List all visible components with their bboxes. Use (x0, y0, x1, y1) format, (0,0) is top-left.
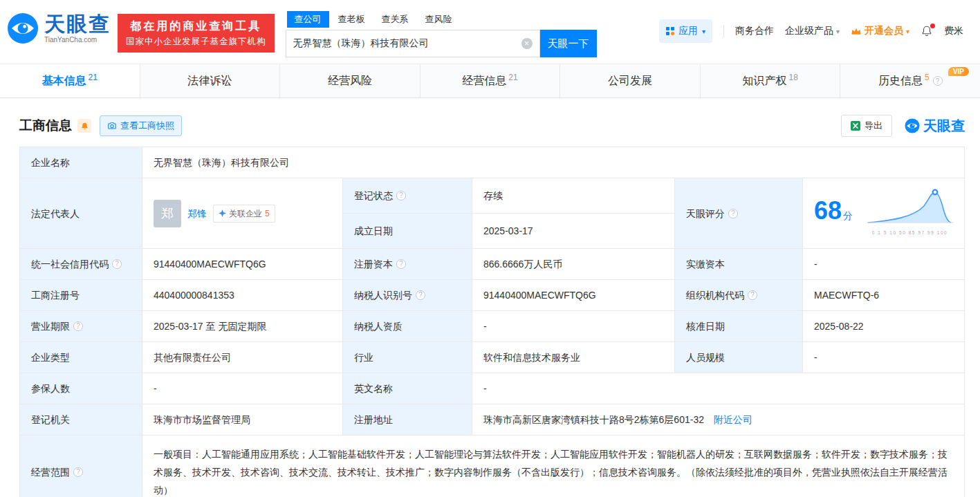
crown-icon (851, 26, 862, 36)
slogan-line1: 都在用的商业查询工具 (126, 19, 266, 34)
notification-bell-icon[interactable] (921, 25, 933, 37)
tab-label: 知识产权 (743, 74, 787, 88)
apps-button[interactable]: 应用 ▾ (659, 19, 712, 43)
staff-size-label: 人员规模 (675, 342, 803, 373)
search-button[interactable]: 天眼一下 (540, 30, 597, 57)
snapshot-label: 查看工商快照 (120, 120, 174, 132)
business-info-table: 企业名称 无界智慧（珠海）科技有限公司 法定代表人 郑 郑锋 关联企业 5 登记… (19, 147, 965, 497)
enterprise-label: 企业级产品 (785, 25, 833, 37)
tab-basic-info[interactable]: 基本信息 21 (0, 64, 140, 97)
tab-label: 法律诉讼 (187, 74, 232, 88)
industry-label: 行业 (343, 342, 472, 373)
company-name-value: 无界智慧（珠海）科技有限公司 (142, 147, 965, 178)
legal-rep-name[interactable]: 郑锋 (187, 207, 207, 221)
help-icon[interactable]: ? (73, 467, 83, 477)
tab-company-development[interactable]: 公司发展 (560, 64, 701, 97)
business-scope-label: 经营范围? (20, 435, 142, 497)
help-icon[interactable]: ? (112, 259, 122, 269)
score-label: 天眼评分? (675, 178, 803, 249)
help-icon[interactable]: ? (933, 76, 943, 86)
username[interactable]: 费米 (944, 25, 963, 37)
reg-capital-label: 注册资本? (343, 249, 472, 280)
help-icon[interactable]: ? (416, 290, 425, 300)
english-name-label: 英文名称 (343, 373, 472, 404)
clear-icon[interactable]: × (521, 38, 533, 49)
tab-operating-info[interactable]: 经营信息 21 (420, 64, 561, 97)
reg-status-value: 存续 (472, 178, 675, 214)
subscribe-bell-icon[interactable] (77, 119, 91, 133)
search-tab-risk[interactable]: 查风险 (418, 11, 460, 28)
org-code-value: MAECWFTQ-6 (803, 280, 965, 311)
paid-capital-value: - (803, 249, 965, 280)
related-icon (219, 209, 226, 217)
enterprise-link[interactable]: 企业级产品 ▾ (785, 25, 840, 37)
apps-label: 应用 (678, 25, 698, 37)
reg-authority-value: 珠海市市场监督管理局 (142, 404, 343, 435)
chevron-down-icon: ▾ (702, 28, 705, 35)
related-companies-badge[interactable]: 关联企业 5 (213, 205, 275, 223)
reg-address-value: 珠海市高新区唐家湾镇科技十路8号2栋第6层601-32 (483, 414, 704, 425)
header: 天眼查 TianYanCha.com 都在用的商业查询工具 国家中小企业发展子基… (0, 0, 980, 64)
header-nav: 应用 ▾ 商务合作 企业级产品 ▾ 开通会员 ▾ 费米 (659, 19, 963, 43)
legal-rep-label: 法定代表人 (20, 178, 142, 249)
reg-status-label: 登记状态? (343, 178, 472, 214)
score-axis: 0 1 5 10 50 85 97 99 100 (872, 227, 948, 238)
brand-label: 天眼查 (923, 117, 965, 135)
search-tab-boss[interactable]: 查老板 (331, 11, 373, 28)
reg-number-value: 440400000841353 (142, 280, 343, 311)
business-term-value: 2025-03-17 至 无固定期限 (142, 311, 343, 342)
related-label: 关联企业 (229, 207, 262, 221)
related-count: 5 (265, 207, 270, 221)
credit-code-value: 91440400MAECWFTQ6G (142, 249, 343, 280)
tianyancha-logo[interactable]: 天眼查 TianYanCha.com (7, 12, 111, 44)
tab-legal[interactable]: 法律诉讼 (140, 64, 281, 97)
tab-count: 5 (925, 73, 930, 82)
help-icon[interactable]: ? (748, 290, 757, 300)
tab-count: 21 (89, 73, 98, 82)
credit-code-label: 统一社会信用代码? (20, 249, 142, 280)
slogan-line2: 国家中小企业发展子基金旗下机构 (126, 35, 266, 48)
tab-operating-risk[interactable]: 经营风险 (280, 64, 420, 97)
avatar[interactable]: 郑 (154, 200, 181, 227)
help-icon[interactable]: ? (396, 259, 406, 269)
logo-title: 天眼查 (44, 13, 111, 35)
vip-button[interactable]: 开通会员 ▾ (851, 25, 909, 37)
watermark-brand[interactable]: 天眼查 (905, 117, 965, 135)
nearby-companies-link[interactable]: 附近公司 (714, 414, 752, 425)
taxpayer-quality-label: 纳税人资质 (343, 311, 472, 342)
table-row: 登记机关 珠海市市场监督管理局 注册地址 珠海市高新区唐家湾镇科技十路8号2栋第… (20, 404, 965, 435)
slogan-banner: 都在用的商业查询工具 国家中小企业发展子基金旗下机构 (118, 14, 275, 53)
reg-authority-label: 登记机关 (20, 404, 142, 435)
reg-capital-value: 866.6666万人民币 (472, 249, 675, 280)
business-scope-value: 一般项目：人工智能通用应用系统；人工智能基础软件开发；人工智能理论与算法软件开发… (142, 435, 965, 497)
notification-dot (930, 24, 935, 28)
logo-subtitle: TianYanCha.com (44, 36, 111, 44)
approval-date-value: 2025-08-22 (803, 311, 965, 342)
tab-label: 经营信息 (462, 74, 506, 88)
help-icon[interactable]: ? (73, 321, 83, 331)
main-tabs: 基本信息 21 法律诉讼 经营风险 经营信息 21 公司发展 知识产权 18 历… (0, 64, 980, 98)
section-tools: 导出 天眼查 (841, 115, 965, 137)
grid-icon (666, 27, 674, 35)
chevron-down-icon: ▾ (836, 28, 840, 35)
cooperation-link[interactable]: 商务合作 (735, 25, 774, 37)
taxpayer-id-value: 91440400MAECWFTQ6G (472, 280, 675, 311)
establish-date-value: 2025-03-17 (472, 214, 675, 249)
help-icon[interactable]: ? (396, 191, 406, 200)
table-row: 统一社会信用代码? 91440400MAECWFTQ6G 注册资本? 866.6… (20, 249, 965, 280)
reg-address-label: 注册地址 (343, 404, 472, 435)
company-name-label: 企业名称 (20, 147, 142, 178)
search-tab-company[interactable]: 查公司 (287, 11, 329, 28)
export-button[interactable]: 导出 (841, 115, 892, 137)
score-chart: 0 1 5 10 50 85 97 99 100 (862, 187, 957, 240)
tab-intellectual-property[interactable]: 知识产权 18 (701, 64, 841, 97)
table-row: 企业名称 无界智慧（珠海）科技有限公司 (20, 147, 965, 178)
insured-count-label: 参保人数 (20, 373, 142, 404)
search-input-wrap: × (286, 30, 540, 57)
search-input[interactable] (293, 38, 521, 49)
search-tab-relation[interactable]: 查关系 (374, 11, 416, 28)
snapshot-button[interactable]: 查看工商快照 (100, 115, 182, 136)
eye-logo-icon (905, 118, 920, 133)
help-icon[interactable]: ? (728, 209, 738, 218)
tab-history[interactable]: 历史信息 5 ? VIP (840, 64, 980, 97)
